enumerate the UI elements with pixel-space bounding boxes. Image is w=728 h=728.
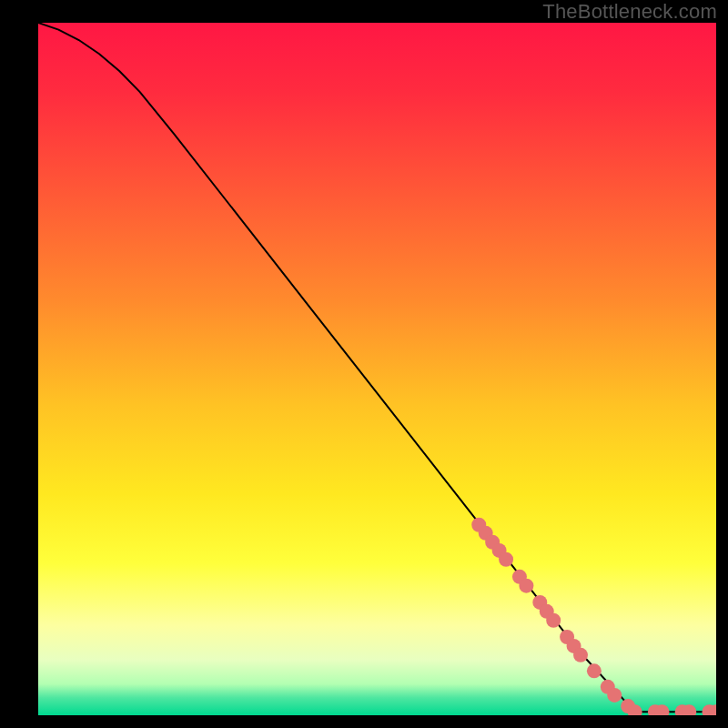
data-point (546, 613, 561, 628)
chart-plot-area (38, 23, 716, 715)
chart-background (38, 23, 716, 715)
data-point (519, 579, 533, 593)
data-point (573, 648, 588, 662)
data-point (587, 663, 602, 678)
chart-svg (38, 23, 716, 715)
data-point (499, 552, 513, 567)
chart-stage: TheBottleneck.com (0, 0, 728, 728)
data-point (607, 688, 622, 703)
watermark-text: TheBottleneck.com (542, 0, 717, 24)
